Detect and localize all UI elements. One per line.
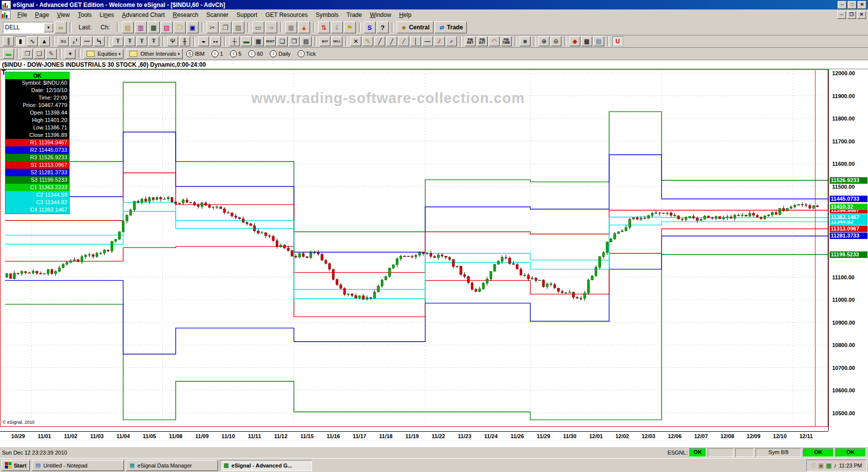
chart-plot[interactable] [0,69,828,431]
sell-icon[interactable]: SELL [331,36,342,46]
page-settings-icon[interactable]: ▤ [301,36,312,46]
menu-research[interactable]: Research [169,10,202,19]
security-tray-icon[interactable]: ☉ [811,462,816,469]
symbol-ibm-button[interactable]: SIBM [184,49,207,59]
price-axis[interactable]: 12000.0011900.0011800.0011700.0011600.00… [828,69,868,431]
task-notepad[interactable]: ▤Untitled - Notepad [32,460,124,471]
maximize-button[interactable]: □ [848,1,857,9]
notes-icon[interactable]: ▤ [593,36,604,46]
symbol-combo[interactable]: DELL ▼ [3,22,54,33]
copy-icon[interactable]: ❐ [219,21,231,33]
bar-type-icon[interactable]: ║ [3,36,14,46]
renko-icon[interactable]: ╍╍ [82,36,93,46]
grid-icon[interactable]: ▦ [253,36,264,46]
get-study-2-icon[interactable]: Ŧ [124,36,135,46]
symbol-search-icon[interactable]: S [364,21,376,33]
fib-arc-icon[interactable]: ◠ [489,36,500,46]
link-symbol-icon[interactable]: ∞ [55,21,67,33]
bar-colors-icon[interactable]: ▬ [241,36,252,46]
extended-line-icon[interactable]: ╱ [398,36,409,46]
quote-window-icon[interactable]: ▦ [148,21,160,33]
hot-list-icon[interactable]: ▲ [298,21,310,33]
mdi-restore-button[interactable]: ❐ [847,11,856,19]
area-type-icon[interactable]: ▲ [39,36,50,46]
menu-get-resources[interactable]: GET Resources [261,10,312,19]
minimize-button[interactable]: ─ [838,1,847,9]
interval-1-button[interactable]: I1 [209,49,225,59]
alert-bell-icon[interactable]: ⚑ [344,21,356,33]
menu-window[interactable]: Window [366,10,395,19]
task-esignal-app[interactable]: ▥eSignal - Advanced G... [220,460,312,471]
interval-5-button[interactable]: I5 [227,49,244,59]
trendline-icon[interactable]: ╱ [374,36,385,46]
page-edit-icon[interactable]: ✎ [46,49,57,59]
candlestick-type-icon[interactable]: ▮ [15,36,26,46]
get-study-3-icon[interactable]: Ŧ [136,36,147,46]
task-esignal-data-manager[interactable]: ▦eSignal Data Manager [126,460,218,471]
trade-button[interactable]: ⇄ Trade [434,21,467,33]
interval-tick-button[interactable]: ITick [295,49,319,59]
strategy-icon[interactable]: ▦ [285,21,297,33]
tick-arrows-icon[interactable]: ⇅ [318,21,330,33]
kagi-icon[interactable]: ┗┓ [94,36,105,46]
portfolio-icon[interactable]: ▧ [161,21,173,33]
horizontal-segment-icon[interactable]: — [422,36,433,46]
pitchfork-icon[interactable]: Ψ [167,36,178,46]
menu-scanner[interactable]: Scanner [202,10,232,19]
page-back-icon[interactable]: ❏ [34,49,45,59]
delete-drawing-icon[interactable]: ✕ [350,36,361,46]
menu-view[interactable]: View [53,10,74,19]
page-new-icon[interactable]: ❐ [289,36,300,46]
underline-tool-icon[interactable]: U [612,36,623,46]
menu-lines[interactable]: Lines [96,10,118,19]
parallel-lines-icon[interactable]: ⁄⁄ [434,36,445,46]
menu-support[interactable]: Support [232,10,261,19]
expand-bars-icon[interactable]: ◂▸ [198,36,209,46]
vertical-line-icon[interactable]: │ [410,36,421,46]
layout-manager-icon[interactable]: ▬ [3,49,14,59]
cut-icon[interactable]: ✂ [207,21,218,33]
start-button[interactable]: Start [1,460,30,471]
date-axis[interactable]: 10/2911/0111/0211/0311/0411/0511/0811/09… [0,431,828,443]
menu-file[interactable]: File [13,10,31,19]
compress-bars-icon[interactable]: ▸◂ [210,36,221,46]
print-icon[interactable]: ▭ [252,21,264,33]
pencil-icon[interactable]: ✎ [362,36,373,46]
fib-time-icon[interactable]: FIBTIME [501,36,512,46]
fib-extension-icon[interactable]: FIBEXT [477,36,488,46]
menu-tools[interactable]: Tools [74,10,96,19]
zoom-out-icon[interactable]: ⊖ [550,36,561,46]
other-intervals-dropdown[interactable]: Other Intervals▾ [126,49,183,59]
new-chart-icon[interactable]: ▥ [135,21,147,33]
menu-help[interactable]: Help [395,10,416,19]
point-figure-icon[interactable]: Xo [58,36,69,46]
ray-line-icon[interactable]: ╱ [386,36,397,46]
new-layout-icon[interactable]: ▤ [122,21,134,33]
mdi-minimize-button[interactable]: ─ [837,11,846,19]
network-tray-icon[interactable]: ▦ [826,462,831,469]
get-study-1-icon[interactable]: Ŧ [112,36,123,46]
symbol-combo-arrow-icon[interactable]: ▼ [44,23,53,32]
fan-lines-icon[interactable]: ⁄⁄⁄ [446,36,457,46]
page-copy-icon[interactable]: ❏ [277,36,288,46]
regression-channel-icon[interactable]: ╫ [179,36,190,46]
menu-page[interactable]: Page [31,10,53,19]
mdi-close-button[interactable]: ✕ [857,11,866,19]
download-icon[interactable]: ⇓ [331,21,343,33]
snapshot-tray-icon[interactable]: ▣ [818,462,824,469]
menu-symbols[interactable]: Symbols [312,10,342,19]
get-study-4-icon[interactable]: Ŧ [148,36,159,46]
context-help-icon[interactable]: ? [377,21,389,33]
buy-icon[interactable]: BUY [320,36,330,46]
interval-60-button[interactable]: I60 [246,49,265,59]
reset-icon[interactable]: RESET [265,36,276,46]
tick-bar-icon[interactable]: ╻╹ [70,36,81,46]
mesh-icon[interactable]: ▩ [581,36,592,46]
account-manager-icon[interactable]: ☻ [520,36,531,46]
line-type-icon[interactable]: ∿ [27,36,38,46]
menu-advanced-chart[interactable]: Advanced Chart [118,10,169,19]
menu-trade[interactable]: Trade [342,10,366,19]
open-folder-icon[interactable]: ❒ [174,21,186,33]
paste-icon[interactable]: ▨ [232,21,244,33]
central-button[interactable]: ☻ Central [397,21,434,33]
